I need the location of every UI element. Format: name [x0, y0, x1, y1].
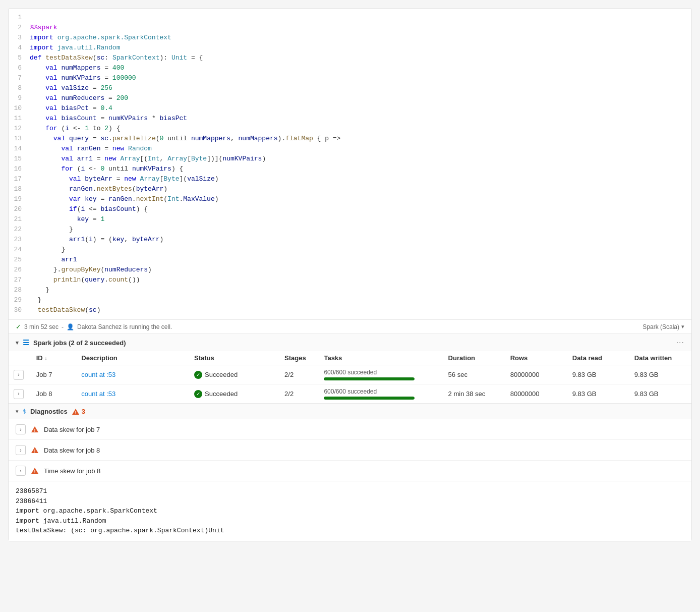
diagnostics-icon: ⚕: [23, 408, 26, 415]
svg-text:!: !: [34, 449, 36, 454]
line-number: 29: [9, 295, 30, 305]
progress-bar-background: [324, 397, 415, 400]
diagnostics-count: 3: [82, 408, 85, 415]
spark-list-icon: ☰: [23, 339, 29, 347]
diag-expand-button[interactable]: ›: [16, 424, 26, 434]
table-row: › Job 7 count at :53 ✓ Succeeded 2/2 600…: [9, 365, 691, 384]
line-number: 9: [9, 93, 30, 103]
row-stages: 2/2: [279, 384, 319, 404]
warning-icon: !: [31, 426, 39, 433]
line-number: 26: [9, 265, 30, 275]
line-number: 24: [9, 245, 30, 255]
more-options-icon[interactable]: ···: [676, 338, 684, 347]
output-line: 23865871: [16, 486, 684, 496]
line-number: 20: [9, 204, 30, 214]
line-content: key = 1: [30, 214, 691, 225]
diagnostics-header[interactable]: ▾ ⚕ Diagnostics ! 3: [9, 404, 691, 419]
line-content: val arr1 = new Array[(Int, Array[Byte])]…: [30, 154, 691, 164]
check-icon: ✓: [16, 323, 21, 330]
diagnostics-items: › ! Data skew for job 7 › ! Data skew fo…: [9, 419, 691, 481]
row-data-written: 9.83 GB: [629, 365, 691, 384]
code-line: 20 if(i <= biasCount) {: [9, 204, 691, 214]
output-section: 2386587123866411import org.apache.spark.…: [9, 481, 691, 541]
diagnostics-section: ▾ ⚕ Diagnostics ! 3 › ! Data skew for jo…: [9, 404, 691, 481]
row-duration: 56 sec: [443, 365, 505, 384]
code-line: 12 for (i <- 1 to 2) {: [9, 124, 691, 134]
code-line: 14 val ranGen = new Random: [9, 144, 691, 154]
line-number: 28: [9, 285, 30, 295]
tasks-progress: 600/600 succeeded: [324, 388, 438, 400]
line-number: 12: [9, 124, 30, 134]
line-content: ranGen.nextBytes(byteArr): [30, 184, 691, 194]
header-id[interactable]: ID ↓: [31, 351, 77, 365]
diag-expand-button[interactable]: ›: [16, 445, 26, 455]
line-content: val biasPct = 0.4: [30, 103, 691, 114]
row-status: ✓ Succeeded: [189, 384, 279, 404]
output-line: 23866411: [16, 496, 684, 507]
line-content: }: [30, 225, 691, 235]
job-link[interactable]: count at :53: [81, 390, 115, 398]
code-line: 15 val arr1 = new Array[(Int, Array[Byte…: [9, 154, 691, 164]
row-id: Job 7: [31, 365, 77, 384]
code-line: 29 }: [9, 295, 691, 305]
spark-jobs-header[interactable]: ▾ ☰ Spark jobs (2 of 2 succeeded) ···: [9, 334, 691, 351]
line-number: 30: [9, 305, 30, 315]
line-number: 10: [9, 103, 30, 114]
engine-label[interactable]: Spark (Scala) ▾: [643, 323, 684, 330]
success-dot-icon: ✓: [194, 371, 202, 379]
status-label: Succeeded: [205, 371, 238, 378]
line-content: }: [30, 245, 691, 255]
diag-expand-button[interactable]: ›: [16, 466, 26, 476]
row-rows: 80000000: [505, 365, 567, 384]
job-link[interactable]: count at :53: [81, 371, 115, 378]
diag-collapse-icon: ▾: [16, 408, 19, 415]
line-number: 8: [9, 83, 30, 93]
diag-item-label: Data skew for job 8: [44, 447, 100, 454]
code-line: 3import org.apache.spark.SparkContext: [9, 33, 691, 43]
row-rows: 80000000: [505, 384, 567, 404]
row-data-written: 9.83 GB: [629, 384, 691, 404]
diagnostics-item[interactable]: › ! Time skew for job 8: [9, 461, 691, 481]
header-expand: [9, 351, 31, 365]
row-description: count at :53: [76, 365, 189, 384]
code-line: 5def testDataSkew(sc: SparkContext): Uni…: [9, 53, 691, 63]
diagnostics-title: Diagnostics: [30, 408, 68, 415]
cell-footer: ✓ 3 min 52 sec - 👤 Dakota Sanchez is run…: [9, 320, 691, 334]
code-line: 30 testDataSkew(sc): [9, 305, 691, 315]
line-content: val numKVPairs = 100000: [30, 73, 691, 83]
line-number: 1: [9, 13, 30, 23]
line-content: println(query.count()): [30, 275, 691, 285]
header-status: Status: [189, 351, 279, 365]
table-header-row: ID ↓ Description Status Stages Tasks Dur…: [9, 351, 691, 365]
user-label: Dakota Sanchez is running the cell.: [77, 323, 172, 330]
separator: -: [62, 323, 64, 330]
code-line: 4import java.util.Random: [9, 43, 691, 53]
row-expand-button[interactable]: ›: [14, 370, 24, 380]
diagnostics-item[interactable]: › ! Data skew for job 8: [9, 440, 691, 461]
output-line: import java.util.Random: [16, 516, 684, 526]
diagnostics-item[interactable]: › ! Data skew for job 7: [9, 419, 691, 440]
line-content: arr1: [30, 255, 691, 265]
line-number: 6: [9, 63, 30, 73]
header-rows: Rows: [505, 351, 567, 365]
row-data-read: 9.83 GB: [567, 365, 629, 384]
header-description: Description: [76, 351, 189, 365]
line-number: 14: [9, 144, 30, 154]
line-content: }.groupByKey(numReducers): [30, 265, 691, 275]
code-line: 2%%spark: [9, 23, 691, 33]
diag-item-label: Data skew for job 7: [44, 426, 100, 433]
line-content: def testDataSkew(sc: SparkContext): Unit…: [30, 53, 691, 63]
row-expand-button[interactable]: ›: [14, 389, 24, 399]
code-line: 6 val numMappers = 400: [9, 63, 691, 73]
line-content: val biasCount = numKVPairs * biasPct: [30, 114, 691, 124]
line-number: 17: [9, 174, 30, 184]
collapse-icon: ▾: [16, 340, 19, 346]
line-number: 4: [9, 43, 30, 53]
line-number: 13: [9, 134, 30, 144]
line-number: 11: [9, 114, 30, 124]
code-line: 11 val biasCount = numKVPairs * biasPct: [9, 114, 691, 124]
svg-text:!: !: [34, 469, 36, 474]
notebook-cell: 12%%spark3import org.apache.spark.SparkC…: [8, 8, 692, 541]
line-number: 18: [9, 184, 30, 194]
line-content: %%spark: [30, 23, 691, 33]
